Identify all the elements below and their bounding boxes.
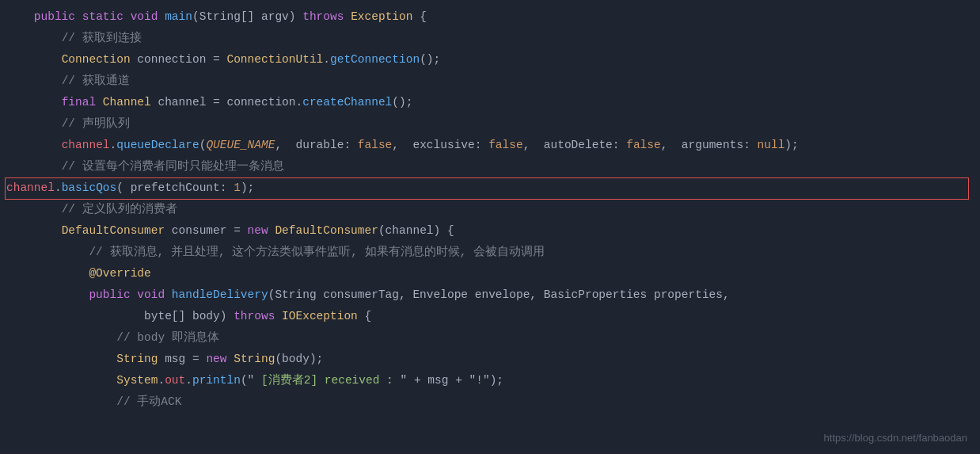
- code-line: channel.basicQos( prefetchCount: 1);: [0, 179, 980, 200]
- token: channel = connection.: [151, 96, 302, 109]
- token: false: [488, 139, 523, 151]
- code-line: // 手动ACK: [0, 393, 980, 414]
- token: public: [34, 10, 82, 23]
- watermark: https://blog.csdn.net/fanbaodan: [824, 429, 967, 446]
- token: );: [784, 139, 798, 151]
- token: out: [165, 374, 185, 387]
- code-line: Connection connection = ConnectionUtil.g…: [0, 51, 980, 72]
- line-content: System.out.println(" [消费者2] received : "…: [6, 372, 967, 391]
- token: , exclusive:: [392, 139, 488, 151]
- token: IOException: [282, 310, 358, 322]
- token: static: [82, 10, 131, 23]
- token: ( prefetchCount:: [116, 181, 234, 194]
- token: [消费者2] received :: [254, 374, 400, 387]
- line-content: // 获取通道: [6, 72, 967, 91]
- code-line: // 获取到连接: [0, 29, 980, 51]
- token: , arguments:: [661, 139, 758, 151]
- token: channel: [6, 181, 55, 194]
- code-line: channel.queueDeclare(QUEUE_NAME, durable…: [0, 136, 980, 158]
- token: );: [241, 181, 254, 194]
- token: .: [185, 374, 192, 387]
- token: createChannel: [302, 96, 392, 109]
- token: // 设置每个消费者同时只能处理一条消息: [62, 160, 284, 173]
- token: (String consumerTag, Envelope envelope, …: [268, 288, 730, 301]
- code-line: String msg = new String(body);: [0, 350, 980, 372]
- token: .: [110, 139, 117, 151]
- token: ();: [420, 53, 440, 66]
- token: // 获取消息, 并且处理, 这个方法类似事件监听, 如果有消息的时候, 会被自…: [89, 246, 545, 258]
- token: final: [62, 96, 103, 109]
- line-content: byte[] body) throws IOException {: [6, 307, 967, 326]
- line-content: channel.queueDeclare(QUEUE_NAME, durable…: [6, 136, 967, 155]
- code-line: byte[] body) throws IOException {: [0, 307, 980, 329]
- token: throws: [302, 10, 351, 23]
- token: consumer =: [165, 224, 247, 237]
- code-line: // 获取通道: [0, 72, 980, 93]
- code-line: // body 即消息体: [0, 329, 980, 350]
- token: (body);: [275, 353, 323, 365]
- token: (": [241, 374, 254, 387]
- token: Connection: [62, 53, 131, 66]
- token: .: [158, 374, 165, 387]
- code-line: final Channel channel = connection.creat…: [0, 93, 980, 115]
- token: handleDelivery: [172, 288, 268, 301]
- code-line: public void handleDelivery(String consum…: [0, 286, 980, 307]
- token: ();: [392, 96, 412, 109]
- line-content: String msg = new String(body);: [6, 350, 967, 369]
- token: channel: [62, 139, 110, 151]
- token: DefaultConsumer: [275, 224, 378, 237]
- line-content: // 获取到连接: [6, 29, 967, 48]
- token: byte[] body): [144, 310, 234, 322]
- line-content: // 设置每个消费者同时只能处理一条消息: [6, 158, 967, 177]
- token: println: [192, 374, 241, 387]
- code-line: public static void main(String[] argv) t…: [0, 8, 980, 29]
- token: QUEUE_NAME: [206, 139, 275, 151]
- token: " + msg + ": [401, 374, 477, 387]
- token: false: [358, 139, 393, 151]
- line-content: // 获取消息, 并且处理, 这个方法类似事件监听, 如果有消息的时候, 会被自…: [6, 243, 967, 262]
- token: , durable:: [275, 139, 357, 151]
- token: basicQos: [62, 181, 117, 194]
- code-line: // 声明队列: [0, 115, 980, 136]
- code-line: // 设置每个消费者同时只能处理一条消息: [0, 158, 980, 179]
- token: // 定义队列的消费者: [62, 203, 177, 216]
- token: .: [55, 181, 62, 194]
- line-content: // 定义队列的消费者: [6, 200, 967, 219]
- token: // 获取通道: [62, 74, 130, 87]
- code-line: @Override: [0, 265, 980, 286]
- line-content: final Channel channel = connection.creat…: [6, 93, 967, 113]
- token: {: [412, 10, 426, 23]
- line-content: Connection connection = ConnectionUtil.g…: [6, 51, 967, 70]
- token: null: [758, 139, 785, 151]
- token: // 获取到连接: [62, 32, 142, 44]
- token: String: [116, 353, 158, 365]
- line-content: public static void main(String[] argv) t…: [6, 8, 967, 27]
- token: msg =: [158, 353, 206, 365]
- token: new: [248, 224, 275, 237]
- line-content: public void handleDelivery(String consum…: [6, 286, 967, 305]
- token: !: [476, 374, 483, 387]
- token: (String[] argv): [192, 10, 302, 23]
- token: Channel: [103, 96, 151, 109]
- token: void: [137, 288, 172, 301]
- token: @Override: [89, 267, 150, 280]
- line-content: @Override: [6, 265, 967, 284]
- token: System: [116, 374, 158, 387]
- token: connection =: [131, 53, 227, 66]
- token: public: [89, 288, 137, 301]
- token: void: [131, 10, 165, 23]
- token: ConnectionUtil: [226, 53, 323, 66]
- code-editor: public static void main(String[] argv) t…: [0, 0, 980, 422]
- line-content: channel.basicQos( prefetchCount: 1);: [6, 179, 967, 198]
- line-content: // 声明队列: [6, 115, 967, 134]
- code-line: // 定义队列的消费者: [0, 200, 980, 222]
- token: getConnection: [330, 53, 420, 66]
- token: false: [626, 139, 661, 151]
- token: {: [358, 310, 371, 322]
- code-line: System.out.println(" [消费者2] received : "…: [0, 372, 980, 393]
- code-line: // 获取消息, 并且处理, 这个方法类似事件监听, 如果有消息的时候, 会被自…: [0, 243, 980, 265]
- token: .: [323, 53, 330, 66]
- token: Exception: [351, 10, 412, 23]
- token: , autoDelete:: [523, 139, 627, 151]
- line-content: DefaultConsumer consumer = new DefaultCo…: [6, 222, 967, 241]
